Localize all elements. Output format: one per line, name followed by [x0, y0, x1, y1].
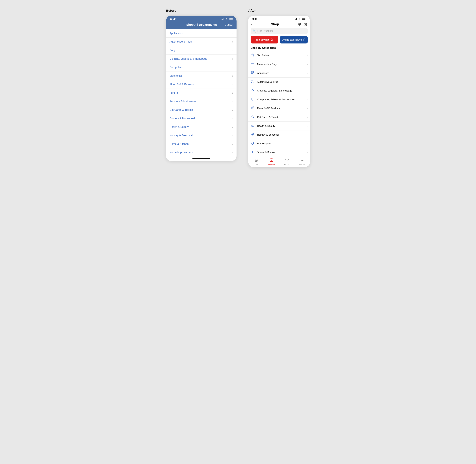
- after-item-label: Pet Supplies: [257, 142, 305, 145]
- before-list-item[interactable]: Funeral ›: [166, 89, 236, 97]
- before-nav-title: Shop All Departments: [186, 23, 217, 26]
- before-item-label: Electronics: [170, 74, 183, 77]
- chevron-right-icon: ›: [232, 109, 233, 111]
- after-item-label: Top Sellers: [257, 54, 305, 57]
- chevron-right-icon: ›: [307, 125, 308, 127]
- after-search-bar[interactable]: 🔍 Find Products: [251, 28, 308, 34]
- before-item-label: Clothing, Luggage, & Handbags: [170, 57, 207, 60]
- after-list-item[interactable]: Pet Supplies ›: [248, 139, 310, 148]
- online-exclusives-button[interactable]: Online Exclusives: [280, 36, 308, 43]
- svg-rect-7: [295, 19, 295, 20]
- after-list-item[interactable]: Membership Only ›: [248, 60, 310, 69]
- after-list-item[interactable]: Automotive & Tires ›: [248, 77, 310, 86]
- before-list-item[interactable]: Holiday & Seasonal ›: [166, 131, 236, 140]
- after-back-button[interactable]: ‹: [251, 22, 252, 26]
- before-section: Before 16:24: [166, 9, 236, 161]
- after-nav-title: Shop: [271, 22, 279, 26]
- bottom-nav-label: Home: [254, 163, 258, 165]
- category-icon: [251, 89, 255, 93]
- chevron-right-icon: ›: [232, 143, 233, 145]
- before-list-item[interactable]: Electronics ›: [166, 72, 236, 80]
- page-container: Before 16:24: [166, 9, 310, 167]
- location-icon[interactable]: [298, 22, 301, 26]
- svg-rect-5: [233, 19, 233, 19]
- top-savings-button[interactable]: Top Savings: [251, 36, 278, 43]
- after-list-item[interactable]: Sports & Fitness ›: [248, 148, 310, 157]
- after-list-item[interactable]: Computers, Tablets & Accessories ›: [248, 95, 310, 104]
- after-item-label: Clothing, Luggage, & handbags: [257, 89, 305, 92]
- before-list-item[interactable]: Home Improvement ›: [166, 148, 236, 157]
- chevron-right-icon: ›: [307, 54, 308, 57]
- before-item-label: Appliances: [170, 32, 183, 35]
- category-icon: [251, 97, 255, 101]
- category-icon: [251, 124, 255, 128]
- before-cancel-button[interactable]: Cancel: [225, 23, 233, 26]
- svg-rect-1: [222, 19, 223, 20]
- after-list-item[interactable]: Clothing, Luggage, & handbags ›: [248, 86, 310, 95]
- after-item-label: Health & Beauty: [257, 125, 305, 127]
- after-status-bar: 9:41: [248, 16, 310, 22]
- after-list-item[interactable]: Floral & Gift Baskets ›: [248, 104, 310, 113]
- chevron-right-icon: ›: [307, 107, 308, 110]
- chevron-right-icon: ›: [307, 72, 308, 74]
- before-list-item[interactable]: Grocery & Household ›: [166, 114, 236, 123]
- before-list-item[interactable]: Gift Cards & Tickets ›: [166, 106, 236, 114]
- svg-point-47: [302, 159, 303, 160]
- after-list-item[interactable]: Top Sellers ›: [248, 51, 310, 60]
- after-status-icons-group: [295, 18, 306, 20]
- after-wifi-icon: [298, 18, 301, 20]
- cart-icon[interactable]: [303, 22, 307, 26]
- before-list-item[interactable]: Furniture & Mattresses ›: [166, 97, 236, 106]
- bottom-nav-my-list[interactable]: My List: [279, 158, 295, 165]
- svg-rect-22: [252, 72, 253, 72]
- after-item-label: Sports & Fitness: [257, 151, 305, 154]
- svg-rect-25: [253, 73, 254, 74]
- chevron-right-icon: ›: [232, 32, 233, 35]
- after-list-item[interactable]: Health & Beauty ›: [248, 122, 310, 130]
- after-battery-icon: [302, 18, 306, 20]
- before-list-item[interactable]: Automotive & Tires ›: [166, 38, 236, 46]
- chevron-right-icon: ›: [307, 143, 308, 145]
- bottom-nav-label: My List: [284, 163, 289, 165]
- after-list-item[interactable]: Gift Cards & Tickets ›: [248, 113, 310, 122]
- before-list-item[interactable]: Clothing, Luggage, & Handbags ›: [166, 55, 236, 63]
- after-bottom-nav: Home Products My List Account: [248, 157, 310, 167]
- svg-rect-6: [230, 18, 232, 19]
- after-label: After: [248, 9, 310, 13]
- before-header: 16:24: [166, 16, 236, 29]
- after-categories-list: Top Sellers › Membership Only › Applianc…: [248, 51, 310, 157]
- bottom-nav-account[interactable]: Account: [295, 158, 310, 165]
- after-item-label: Computers, Tablets & Accessories: [257, 98, 305, 101]
- chevron-right-icon: ›: [307, 151, 308, 154]
- bottom-nav-home[interactable]: Home: [248, 158, 264, 165]
- before-list-item[interactable]: Baby ›: [166, 46, 236, 55]
- before-status-icons: [222, 18, 233, 20]
- search-input[interactable]: Find Products: [257, 29, 302, 32]
- before-list-item[interactable]: Home & Kitchen ›: [166, 140, 236, 148]
- svg-point-14: [299, 23, 300, 25]
- svg-point-27: [252, 82, 252, 83]
- after-signal-icon: [295, 18, 297, 20]
- before-list-item[interactable]: Floral & Gift Baskets ›: [166, 80, 236, 89]
- svg-rect-3: [224, 18, 224, 20]
- category-icon: [251, 80, 255, 84]
- scan-icon[interactable]: [302, 29, 306, 33]
- tag-promo-icon: [271, 39, 273, 41]
- after-list-item[interactable]: Appliances ›: [248, 69, 310, 77]
- bottom-nav-label: Products: [268, 163, 275, 165]
- bottom-nav-products[interactable]: Products: [264, 158, 279, 165]
- before-list-item[interactable]: Health & Beauty ›: [166, 123, 236, 131]
- before-list-item[interactable]: Appliances ›: [166, 29, 236, 38]
- before-status-bar: 16:24: [166, 16, 236, 22]
- chevron-right-icon: ›: [232, 117, 233, 120]
- before-nav: Shop All Departments Cancel: [166, 22, 236, 29]
- chevron-right-icon: ›: [307, 116, 308, 118]
- svg-rect-8: [295, 19, 296, 20]
- before-list-item[interactable]: Computers ›: [166, 63, 236, 72]
- before-item-label: Grocery & Household: [170, 117, 195, 120]
- category-icon: [251, 53, 255, 58]
- chevron-right-icon: ›: [307, 81, 308, 83]
- after-list-item[interactable]: Holiday & Seasonal ›: [248, 130, 310, 139]
- chevron-right-icon: ›: [232, 66, 233, 69]
- signal-icon: [222, 18, 224, 20]
